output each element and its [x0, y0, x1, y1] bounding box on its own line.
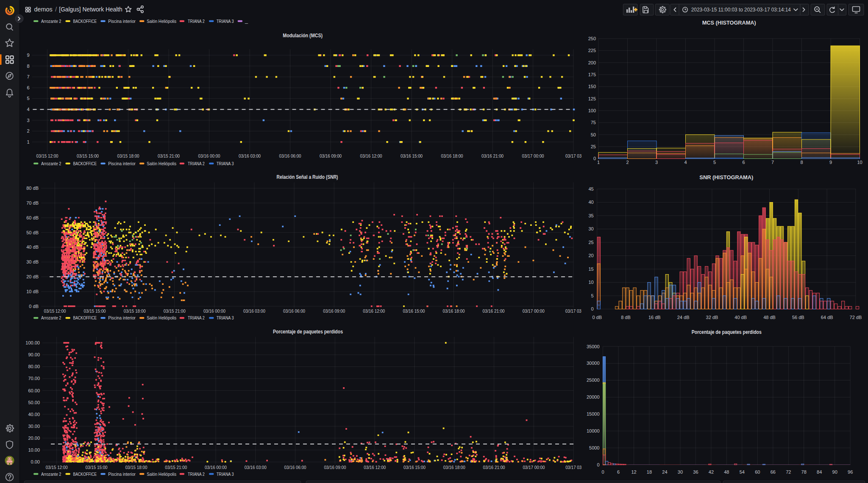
- svg-text:TRIANA 3: TRIANA 3: [217, 472, 234, 477]
- svg-text:72: 72: [786, 469, 791, 475]
- svg-text:175: 175: [588, 72, 596, 77]
- svg-text:30: 30: [588, 226, 593, 231]
- svg-text:5: 5: [591, 293, 594, 298]
- svg-text:Porcentaje de paquetes perdido: Porcentaje de paquetes perdidos: [273, 329, 343, 335]
- svg-text:03/16 03:00: 03/16 03:00: [243, 308, 265, 314]
- svg-text:0: 0: [597, 462, 599, 467]
- svg-text:Salón Heliópolis: Salón Heliópolis: [147, 472, 176, 477]
- svg-text:Relación Señal a Ruido (SNR): Relación Señal a Ruido (SNR): [277, 174, 338, 180]
- svg-text:Arrozante 2: Arrozante 2: [41, 315, 61, 320]
- svg-text:Piscina interior: Piscina interior: [108, 19, 136, 24]
- svg-text:SNR (HISTOGRAMA): SNR (HISTOGRAMA): [699, 175, 753, 180]
- svg-text:Salón Heliópolis: Salón Heliópolis: [147, 315, 176, 320]
- svg-text:03/15 21:00: 03/15 21:00: [164, 308, 186, 314]
- svg-text:35: 35: [588, 213, 593, 218]
- svg-text:03/16 00:00: 03/16 00:00: [198, 153, 220, 158]
- svg-text:50: 50: [591, 132, 596, 137]
- svg-text:0: 0: [593, 156, 596, 161]
- svg-text:24: 24: [662, 469, 667, 475]
- svg-text:03/16 18:00: 03/16 18:00: [443, 308, 465, 314]
- svg-text:Salón Heliópolis: Salón Heliópolis: [147, 161, 176, 166]
- svg-text:9: 9: [27, 53, 29, 58]
- svg-text:80.00: 80.00: [28, 364, 40, 369]
- svg-text:Arrozante 2: Arrozante 2: [41, 161, 61, 166]
- svg-text:72 dB: 72 dB: [850, 315, 862, 320]
- svg-text:Modulación (MCS): Modulación (MCS): [283, 33, 323, 39]
- svg-text:5: 5: [713, 160, 716, 165]
- svg-text:25: 25: [591, 144, 596, 149]
- svg-text:20: 20: [588, 253, 593, 258]
- svg-text:03/15 12:00: 03/15 12:00: [46, 465, 68, 470]
- svg-text:03/16 15:00: 03/16 15:00: [401, 153, 423, 158]
- svg-text:10 dB: 10 dB: [26, 289, 39, 294]
- svg-text:BACKOFFICE: BACKOFFICE: [73, 472, 97, 477]
- svg-text:8 dB: 8 dB: [621, 315, 631, 320]
- svg-text:60: 60: [755, 469, 760, 475]
- svg-text:24 dB: 24 dB: [677, 315, 690, 320]
- svg-text:80 dB: 80 dB: [26, 186, 39, 191]
- svg-text:TRIANA 3: TRIANA 3: [217, 19, 234, 24]
- svg-text:TRIANA 3: TRIANA 3: [217, 315, 234, 320]
- svg-text:12: 12: [631, 469, 636, 475]
- svg-text:90: 90: [832, 469, 837, 475]
- svg-text:03/16 09:00: 03/16 09:00: [323, 308, 345, 314]
- svg-text:TRIANA 3: TRIANA 3: [217, 161, 234, 166]
- svg-text:225: 225: [588, 48, 596, 53]
- svg-text:03/17 03: 03/17 03: [565, 153, 581, 158]
- svg-text:35000: 35000: [587, 344, 600, 349]
- svg-text:10: 10: [588, 280, 593, 285]
- svg-text:50 dB: 50 dB: [26, 230, 39, 235]
- svg-text:250: 250: [588, 36, 596, 41]
- svg-text:Piscina interior: Piscina interior: [108, 315, 136, 320]
- svg-text:20 dB: 20 dB: [26, 274, 39, 279]
- svg-text:BACKOFFICE: BACKOFFICE: [73, 315, 97, 320]
- svg-text:36: 36: [693, 469, 698, 475]
- svg-text:03/17 03: 03/17 03: [565, 308, 581, 314]
- svg-text:40 dB: 40 dB: [734, 315, 747, 320]
- svg-text:_: _: [245, 19, 248, 24]
- svg-text:03/16 15:00: 03/16 15:00: [403, 308, 425, 314]
- svg-text:demos: demos: [34, 6, 53, 13]
- svg-text:20.00: 20.00: [28, 436, 40, 441]
- svg-text:16 dB: 16 dB: [648, 315, 661, 320]
- svg-text:56 dB: 56 dB: [792, 315, 804, 320]
- svg-text:03/16 06:00: 03/16 06:00: [284, 465, 306, 470]
- svg-text:03/17 00:00: 03/17 00:00: [522, 153, 544, 158]
- svg-text:Porcentaje de paquetes perdido: Porcentaje de paquetes perdidos: [692, 329, 762, 335]
- svg-text:25: 25: [588, 240, 593, 245]
- svg-text:48 dB: 48 dB: [763, 315, 776, 320]
- svg-text:78: 78: [801, 469, 807, 475]
- svg-text:03/17 03: 03/17 03: [565, 465, 581, 470]
- svg-text:0.00: 0.00: [31, 459, 40, 464]
- svg-text:70 dB: 70 dB: [26, 200, 39, 205]
- svg-text:6: 6: [27, 85, 29, 90]
- svg-text:2023-03-15 11:00:03 to 2023-03: 2023-03-15 11:00:03 to 2023-03-17 03:14:…: [691, 7, 791, 13]
- svg-text:03/16 21:00: 03/16 21:00: [483, 465, 505, 470]
- svg-text:10000: 10000: [587, 428, 600, 433]
- svg-text:0: 0: [601, 469, 604, 475]
- svg-text:50.00: 50.00: [28, 400, 40, 405]
- svg-text:42: 42: [709, 469, 714, 475]
- svg-text:90.00: 90.00: [28, 352, 40, 357]
- svg-text:100.00: 100.00: [25, 340, 40, 345]
- svg-text:03/16 06:00: 03/16 06:00: [279, 153, 301, 158]
- svg-text:64 dB: 64 dB: [821, 315, 833, 320]
- svg-text:BACKOFFICE: BACKOFFICE: [73, 19, 97, 24]
- svg-text:5: 5: [27, 96, 29, 101]
- svg-text:2: 2: [626, 160, 629, 165]
- svg-text:4: 4: [684, 160, 687, 165]
- svg-text:32 dB: 32 dB: [706, 315, 718, 320]
- svg-text:03/16 21:00: 03/16 21:00: [481, 153, 504, 158]
- svg-text:03/16 12:00: 03/16 12:00: [360, 153, 382, 158]
- svg-text:03/17 00:00: 03/17 00:00: [523, 308, 545, 314]
- svg-text:Salón Heliópolis: Salón Heliópolis: [147, 19, 176, 24]
- svg-text:40.00: 40.00: [28, 412, 40, 417]
- svg-text:Arrozante 2: Arrozante 2: [41, 472, 61, 477]
- svg-text:100: 100: [588, 108, 596, 113]
- svg-text:96: 96: [848, 469, 853, 475]
- svg-text:BACKOFFICE: BACKOFFICE: [73, 161, 97, 166]
- svg-text:75: 75: [591, 120, 596, 125]
- svg-text:54: 54: [740, 469, 745, 475]
- svg-text:Piscina interior: Piscina interior: [108, 472, 136, 477]
- svg-text:30.00: 30.00: [28, 424, 40, 429]
